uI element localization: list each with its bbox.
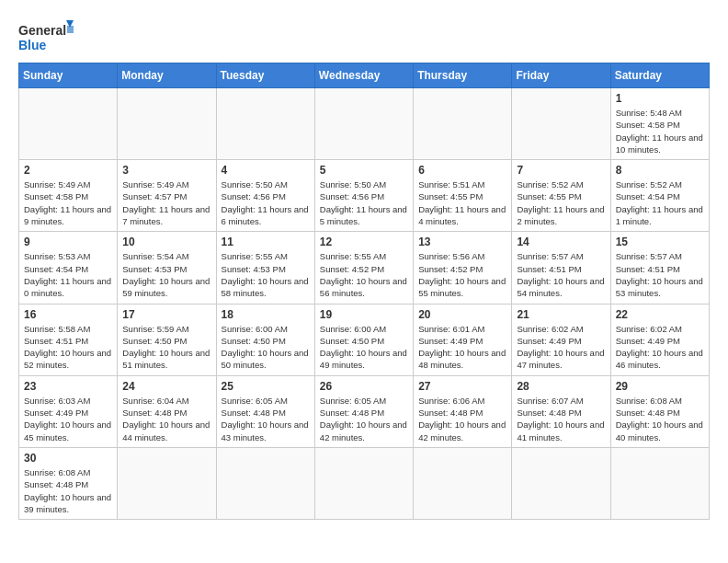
day-number: 1 xyxy=(616,92,704,105)
calendar-day-cell: 29Sunrise: 6:08 AM Sunset: 4:48 PM Dayli… xyxy=(610,375,709,447)
calendar-day-cell: 12Sunrise: 5:55 AM Sunset: 4:52 PM Dayli… xyxy=(314,232,413,304)
day-number: 5 xyxy=(320,164,408,177)
day-number: 27 xyxy=(418,380,506,393)
calendar-week-row: 2Sunrise: 5:49 AM Sunset: 4:58 PM Daylig… xyxy=(19,160,710,232)
day-info: Sunrise: 5:50 AM Sunset: 4:56 PM Dayligh… xyxy=(222,178,310,227)
calendar-day-cell xyxy=(512,447,610,519)
weekday-header: Tuesday xyxy=(216,63,314,88)
day-info: Sunrise: 5:58 AM Sunset: 4:51 PM Dayligh… xyxy=(24,323,112,372)
day-info: Sunrise: 6:05 AM Sunset: 4:48 PM Dayligh… xyxy=(222,395,310,443)
calendar-day-cell: 10Sunrise: 5:54 AM Sunset: 4:53 PM Dayli… xyxy=(118,232,216,304)
calendar-day-cell xyxy=(610,447,709,519)
calendar-week-row: 9Sunrise: 5:53 AM Sunset: 4:54 PM Daylig… xyxy=(19,232,710,304)
logo-svg: General Blue xyxy=(18,18,74,55)
logo: General Blue xyxy=(18,18,74,55)
calendar-day-cell: 6Sunrise: 5:51 AM Sunset: 4:55 PM Daylig… xyxy=(414,160,512,232)
day-number: 15 xyxy=(616,236,704,248)
calendar-day-cell: 24Sunrise: 6:04 AM Sunset: 4:48 PM Dayli… xyxy=(118,375,216,447)
day-info: Sunrise: 6:08 AM Sunset: 4:48 PM Dayligh… xyxy=(616,395,704,443)
calendar-day-cell xyxy=(314,88,413,160)
day-number: 20 xyxy=(418,308,506,321)
day-info: Sunrise: 5:50 AM Sunset: 4:56 PM Dayligh… xyxy=(320,178,408,227)
day-info: Sunrise: 5:55 AM Sunset: 4:52 PM Dayligh… xyxy=(320,250,408,299)
calendar-day-cell xyxy=(314,447,413,519)
calendar-week-row: 30Sunrise: 6:08 AM Sunset: 4:48 PM Dayli… xyxy=(19,447,710,519)
calendar-day-cell: 4Sunrise: 5:50 AM Sunset: 4:56 PM Daylig… xyxy=(216,160,314,232)
day-info: Sunrise: 6:00 AM Sunset: 4:50 PM Dayligh… xyxy=(222,323,310,372)
calendar-day-cell: 13Sunrise: 5:56 AM Sunset: 4:52 PM Dayli… xyxy=(414,232,512,304)
calendar-day-cell xyxy=(512,88,610,160)
day-number: 3 xyxy=(122,164,210,177)
calendar-day-cell: 30Sunrise: 6:08 AM Sunset: 4:48 PM Dayli… xyxy=(19,447,118,519)
calendar-day-cell: 2Sunrise: 5:49 AM Sunset: 4:58 PM Daylig… xyxy=(19,160,118,232)
calendar-week-row: 23Sunrise: 6:03 AM Sunset: 4:49 PM Dayli… xyxy=(19,375,710,447)
calendar-day-cell: 9Sunrise: 5:53 AM Sunset: 4:54 PM Daylig… xyxy=(19,232,118,304)
calendar-day-cell: 22Sunrise: 6:02 AM Sunset: 4:49 PM Dayli… xyxy=(610,304,709,375)
calendar-table: SundayMondayTuesdayWednesdayThursdayFrid… xyxy=(18,63,710,520)
calendar-day-cell: 23Sunrise: 6:03 AM Sunset: 4:49 PM Dayli… xyxy=(19,375,118,447)
calendar-day-cell: 8Sunrise: 5:52 AM Sunset: 4:54 PM Daylig… xyxy=(610,160,709,232)
calendar-day-cell: 5Sunrise: 5:50 AM Sunset: 4:56 PM Daylig… xyxy=(314,160,413,232)
day-number: 19 xyxy=(320,308,408,321)
day-number: 4 xyxy=(222,164,310,177)
calendar-week-row: 16Sunrise: 5:58 AM Sunset: 4:51 PM Dayli… xyxy=(19,304,710,375)
day-number: 8 xyxy=(616,164,704,177)
day-info: Sunrise: 6:05 AM Sunset: 4:48 PM Dayligh… xyxy=(320,395,408,443)
svg-text:General: General xyxy=(18,23,66,38)
day-number: 14 xyxy=(517,236,605,248)
calendar-day-cell xyxy=(19,88,118,160)
day-info: Sunrise: 6:07 AM Sunset: 4:48 PM Dayligh… xyxy=(517,395,605,443)
day-number: 23 xyxy=(24,380,112,393)
day-info: Sunrise: 5:48 AM Sunset: 4:58 PM Dayligh… xyxy=(616,107,704,155)
day-info: Sunrise: 5:55 AM Sunset: 4:53 PM Dayligh… xyxy=(222,250,310,299)
calendar-day-cell: 15Sunrise: 5:57 AM Sunset: 4:51 PM Dayli… xyxy=(610,232,709,304)
calendar-day-cell: 19Sunrise: 6:00 AM Sunset: 4:50 PM Dayli… xyxy=(314,304,413,375)
day-number: 16 xyxy=(24,308,112,321)
svg-text:Blue: Blue xyxy=(18,38,47,52)
calendar-day-cell: 1Sunrise: 5:48 AM Sunset: 4:58 PM Daylig… xyxy=(610,88,709,160)
weekday-header: Monday xyxy=(118,63,216,88)
day-number: 9 xyxy=(24,236,112,248)
svg-rect-3 xyxy=(67,26,74,33)
day-number: 18 xyxy=(222,308,310,321)
day-info: Sunrise: 6:02 AM Sunset: 4:49 PM Dayligh… xyxy=(517,323,605,372)
calendar-day-cell: 11Sunrise: 5:55 AM Sunset: 4:53 PM Dayli… xyxy=(216,232,314,304)
weekday-header: Friday xyxy=(512,63,610,88)
day-info: Sunrise: 5:52 AM Sunset: 4:55 PM Dayligh… xyxy=(517,178,605,227)
calendar-day-cell: 18Sunrise: 6:00 AM Sunset: 4:50 PM Dayli… xyxy=(216,304,314,375)
calendar-day-cell xyxy=(216,447,314,519)
day-number: 24 xyxy=(122,380,210,393)
day-number: 2 xyxy=(24,164,112,177)
day-number: 29 xyxy=(616,380,704,393)
day-number: 21 xyxy=(517,308,605,321)
calendar-day-cell xyxy=(118,447,216,519)
calendar-day-cell xyxy=(118,88,216,160)
day-number: 17 xyxy=(122,308,210,321)
day-info: Sunrise: 6:00 AM Sunset: 4:50 PM Dayligh… xyxy=(320,323,408,372)
calendar-day-cell xyxy=(216,88,314,160)
day-number: 26 xyxy=(320,380,408,393)
day-info: Sunrise: 5:57 AM Sunset: 4:51 PM Dayligh… xyxy=(616,250,704,299)
day-info: Sunrise: 6:02 AM Sunset: 4:49 PM Dayligh… xyxy=(616,323,704,372)
page-header: General Blue xyxy=(18,18,710,55)
weekday-header: Sunday xyxy=(19,63,118,88)
day-number: 30 xyxy=(24,452,112,465)
day-info: Sunrise: 6:04 AM Sunset: 4:48 PM Dayligh… xyxy=(122,395,210,443)
calendar-day-cell xyxy=(414,88,512,160)
day-info: Sunrise: 6:03 AM Sunset: 4:49 PM Dayligh… xyxy=(24,395,112,443)
day-info: Sunrise: 5:51 AM Sunset: 4:55 PM Dayligh… xyxy=(418,178,506,227)
calendar-day-cell xyxy=(414,447,512,519)
calendar-day-cell: 21Sunrise: 6:02 AM Sunset: 4:49 PM Dayli… xyxy=(512,304,610,375)
day-info: Sunrise: 5:57 AM Sunset: 4:51 PM Dayligh… xyxy=(517,250,605,299)
calendar-day-cell: 25Sunrise: 6:05 AM Sunset: 4:48 PM Dayli… xyxy=(216,375,314,447)
calendar-day-cell: 7Sunrise: 5:52 AM Sunset: 4:55 PM Daylig… xyxy=(512,160,610,232)
day-info: Sunrise: 6:06 AM Sunset: 4:48 PM Dayligh… xyxy=(418,395,506,443)
day-number: 11 xyxy=(222,236,310,248)
day-number: 25 xyxy=(222,380,310,393)
weekday-header: Thursday xyxy=(414,63,512,88)
calendar-day-cell: 16Sunrise: 5:58 AM Sunset: 4:51 PM Dayli… xyxy=(19,304,118,375)
day-info: Sunrise: 5:49 AM Sunset: 4:58 PM Dayligh… xyxy=(24,178,112,227)
calendar-week-row: 1Sunrise: 5:48 AM Sunset: 4:58 PM Daylig… xyxy=(19,88,710,160)
calendar-day-cell: 28Sunrise: 6:07 AM Sunset: 4:48 PM Dayli… xyxy=(512,375,610,447)
day-number: 28 xyxy=(517,380,605,393)
